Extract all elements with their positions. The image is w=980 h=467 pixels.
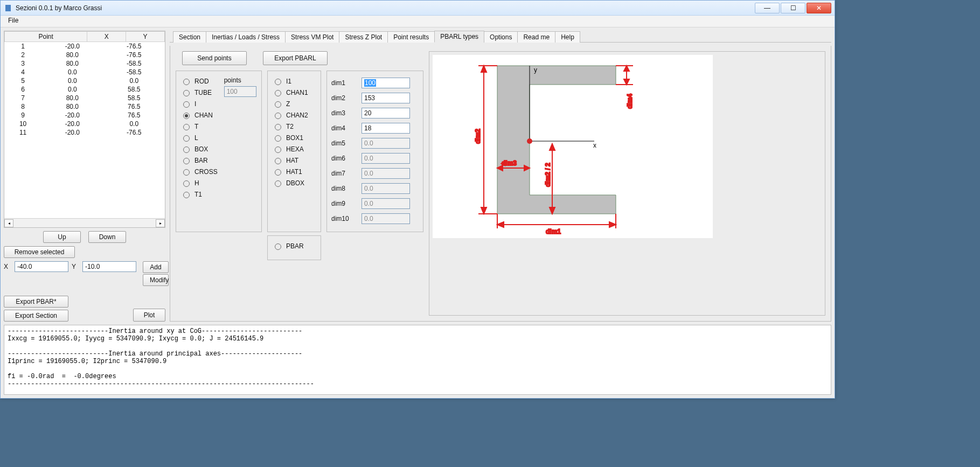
remove-selected-button[interactable]: Remove selected [4, 246, 75, 258]
dimensions-panel: dim1100dim2dim3dim4dim5dim6dim7dim8dim9d… [326, 71, 423, 232]
add-button[interactable]: Add [143, 261, 169, 273]
svg-marker-29 [550, 144, 555, 150]
x-input[interactable] [15, 261, 68, 272]
dim5-label: dim5 [331, 140, 356, 147]
table-header[interactable]: Point [5, 32, 87, 42]
tab-help[interactable]: Help [555, 31, 580, 43]
table-header[interactable]: X [87, 32, 126, 42]
tab-stress-vm-plot[interactable]: Stress VM Plot [285, 31, 339, 43]
radio-t2[interactable]: T2 [272, 121, 316, 132]
menu-file[interactable]: File [5, 16, 22, 25]
dim8-label: dim8 [331, 185, 356, 192]
radio-chan2[interactable]: CHAN2 [272, 109, 316, 121]
radio-i[interactable]: I [180, 98, 218, 109]
dim8-input [362, 183, 410, 194]
table-row[interactable]: 50.00.0 [4, 76, 165, 85]
radio-t1[interactable]: T1 [180, 189, 218, 200]
table-scrollbar[interactable]: ◂ ▸ [4, 218, 165, 227]
svg-marker-12 [624, 66, 629, 71]
svg-marker-6 [481, 66, 486, 72]
dim3-label: dim3 [331, 109, 356, 117]
radio-h[interactable]: H [180, 177, 218, 189]
table-row[interactable]: 880.076.5 [4, 102, 165, 111]
radio-chan[interactable]: CHAN [180, 109, 218, 121]
radio-box[interactable]: BOX [180, 143, 218, 155]
tab-point-results[interactable]: Point results [387, 31, 435, 43]
svg-marker-13 [624, 79, 629, 85]
radio-pbar[interactable]: PBAR [272, 240, 316, 252]
radio-dbox[interactable]: DBOX [272, 177, 316, 189]
tab-pbarl-types[interactable]: PBARL types [434, 31, 484, 43]
radio-hexa[interactable]: HEXA [272, 143, 316, 155]
radio-t[interactable]: T [180, 121, 218, 132]
points-input [224, 86, 256, 97]
table-row[interactable]: 9-20.076.5 [4, 111, 165, 120]
dim2-input[interactable] [362, 93, 410, 103]
export-section-button[interactable]: Export Section [4, 310, 68, 322]
svg-text:dim2 / 2: dim2 / 2 [544, 163, 552, 187]
output-console[interactable]: --------------------------Inertia around… [4, 325, 831, 395]
scroll-left-icon[interactable]: ◂ [4, 219, 13, 227]
radio-tube[interactable]: TUBE [180, 87, 218, 98]
modify-button[interactable]: Modify [143, 274, 169, 286]
dim3-input[interactable] [362, 108, 410, 119]
tab-options[interactable]: Options [484, 31, 518, 43]
export-pbarl-button[interactable]: Export PBARL [263, 51, 328, 65]
y-input[interactable] [82, 261, 136, 272]
radio-box1[interactable]: BOX1 [272, 132, 316, 143]
minimize-button[interactable]: — [755, 3, 780, 13]
pbarl-tab-panel: Send points Export PBARL RODTUBEICHANTLB… [170, 46, 831, 322]
table-row[interactable]: 11-20.0-76.5 [4, 128, 165, 137]
svg-marker-19 [609, 222, 616, 227]
table-row[interactable]: 40.0-58.5 [4, 68, 165, 76]
dim1-input[interactable]: 100 [362, 78, 410, 88]
table-row[interactable]: 60.058.5 [4, 85, 165, 94]
table-row[interactable]: 780.058.5 [4, 94, 165, 102]
radio-rod[interactable]: ROD [180, 75, 218, 87]
table-row[interactable]: 10-20.00.0 [4, 120, 165, 128]
tab-read-me[interactable]: Read me [517, 31, 555, 43]
dim4-input[interactable] [362, 123, 410, 134]
dim9-label: dim9 [331, 200, 356, 207]
svg-text:dim1: dim1 [546, 228, 561, 235]
scroll-right-icon[interactable]: ▸ [156, 219, 165, 227]
dim2-label: dim2 [331, 94, 356, 102]
up-button[interactable]: Up [43, 231, 81, 243]
radio-z[interactable]: Z [272, 98, 316, 109]
radio-bar[interactable]: BAR [180, 155, 218, 166]
radio-hat1[interactable]: HAT1 [272, 166, 316, 177]
tab-section[interactable]: Section [173, 31, 206, 43]
tab-stress-z-plot[interactable]: Stress Z Plot [339, 31, 388, 43]
dim6-input [362, 153, 410, 164]
tab-inertias-loads-stress[interactable]: Inertias / Loads / Stress [206, 31, 286, 43]
points-table[interactable]: PointXY 1-20.0-76.5280.0-76.5380.0-58.54… [4, 31, 165, 228]
table-row[interactable]: 380.0-58.5 [4, 59, 165, 68]
table-row[interactable]: 280.0-76.5 [4, 51, 165, 59]
dim4-label: dim4 [331, 124, 356, 132]
svg-text:dim3: dim3 [502, 159, 517, 167]
dim7-input [362, 168, 410, 179]
points-label: points [224, 76, 256, 84]
close-button[interactable]: ✕ [807, 3, 831, 13]
radio-chan1[interactable]: CHAN1 [272, 87, 316, 98]
table-row[interactable]: 1-20.0-76.5 [4, 42, 165, 51]
dim10-label: dim10 [331, 215, 356, 222]
radio-cross[interactable]: CROSS [180, 166, 218, 177]
dim9-input [362, 198, 410, 209]
down-button[interactable]: Down [88, 231, 126, 243]
send-points-button[interactable]: Send points [182, 51, 247, 65]
export-pbar-button[interactable]: Export PBAR* [4, 296, 68, 308]
app-icon [4, 4, 12, 12]
maximize-button[interactable]: ☐ [781, 3, 805, 13]
window-title: Sezioni 0.0.1 by Marco Grassi [16, 4, 755, 12]
radio-hat[interactable]: HAT [272, 155, 316, 166]
dim1-label: dim1 [331, 79, 356, 87]
app-window: Sezioni 0.0.1 by Marco Grassi — ☐ ✕ File… [0, 0, 835, 399]
table-header[interactable]: Y [126, 32, 165, 42]
dim10-input [362, 213, 410, 224]
dim6-label: dim6 [331, 155, 356, 162]
radio-l[interactable]: L [180, 132, 218, 143]
plot-button[interactable]: Plot [133, 309, 165, 322]
radio-i1[interactable]: I1 [272, 75, 316, 87]
y-label: Y [72, 263, 79, 270]
